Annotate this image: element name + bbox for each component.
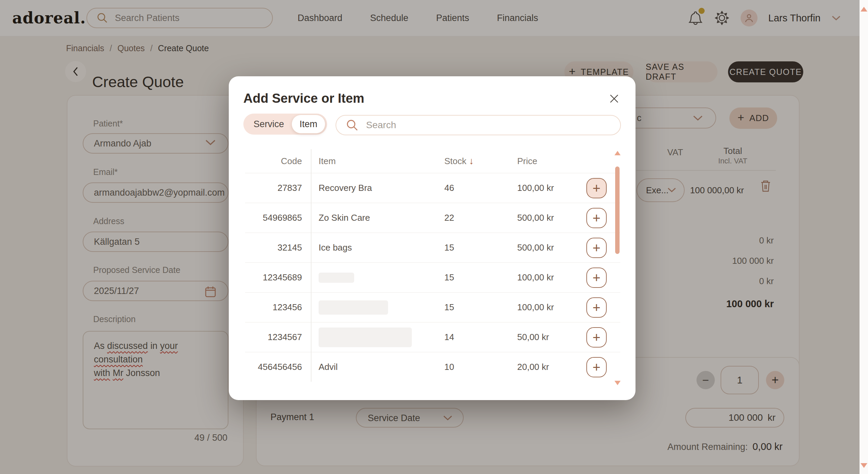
tab-service[interactable]: Service [243, 114, 294, 135]
add-item-button[interactable]: + [586, 268, 607, 288]
item-actions: + [579, 327, 620, 348]
close-icon [609, 93, 620, 104]
item-price: 20,00 kr [506, 362, 579, 372]
item-code: 1234567 [245, 332, 311, 342]
item-name: Advil [311, 352, 436, 382]
item-row: 12345671450,00 kr+ [245, 322, 620, 352]
add-item-button[interactable]: + [586, 297, 607, 318]
item-name: Ice bags [311, 233, 436, 262]
item-price: 500,00 kr [506, 242, 579, 253]
item-stock: 22 [436, 213, 506, 223]
close-modal-button[interactable] [607, 92, 621, 105]
scroll-up-icon[interactable] [861, 7, 867, 12]
item-code: 12345689 [245, 272, 311, 283]
item-actions: + [579, 238, 620, 258]
items-table-body: 27837Recovery Bra46100,00 kr+54969865Zo … [245, 173, 620, 382]
item-stock: 46 [436, 183, 506, 193]
item-code: 54969865 [245, 213, 311, 223]
item-name [311, 293, 436, 322]
item-stock: 15 [436, 302, 506, 313]
item-column-header[interactable]: Item [311, 149, 436, 173]
item-code: 27837 [245, 183, 311, 193]
modal-title: Add Service or Item [243, 91, 364, 106]
item-stock: 14 [436, 332, 506, 342]
item-code: 456456456 [245, 362, 311, 372]
add-item-button[interactable]: + [586, 208, 607, 228]
item-row: 1234568915100,00 kr+ [245, 262, 620, 292]
item-actions: + [579, 208, 620, 228]
stock-header-label: Stock [444, 156, 466, 166]
scroll-up-icon[interactable] [614, 151, 621, 155]
item-name [311, 322, 436, 352]
page-scrollbar[interactable] [860, 0, 868, 474]
item-row: 456456456Advil1020,00 kr+ [245, 352, 620, 382]
add-service-item-modal: Add Service or Item Service Item Search … [229, 76, 635, 400]
redacted-item-name [319, 273, 354, 283]
code-column-header[interactable]: Code [245, 156, 311, 166]
item-price: 100,00 kr [506, 302, 579, 313]
item-price: 500,00 kr [506, 213, 579, 223]
item-price: 100,00 kr [506, 272, 579, 283]
add-item-button[interactable]: + [586, 357, 607, 377]
modal-scrollbar-thumb[interactable] [615, 166, 620, 254]
item-price: 100,00 kr [506, 183, 579, 193]
item-row: 32145Ice bags15500,00 kr+ [245, 233, 620, 262]
item-stock: 15 [436, 242, 506, 253]
scroll-down-icon[interactable] [614, 381, 621, 385]
item-name: Recovery Bra [311, 173, 436, 203]
price-column-header[interactable]: Price [506, 156, 579, 166]
stock-column-header[interactable]: Stock ↓ [436, 156, 506, 166]
item-actions: + [579, 268, 620, 288]
modal-search-placeholder: Search [366, 120, 396, 131]
tab-item[interactable]: Item [291, 115, 325, 134]
item-row: 27837Recovery Bra46100,00 kr+ [245, 173, 620, 203]
item-code: 32145 [245, 242, 311, 253]
item-name [311, 263, 436, 292]
item-actions: + [579, 297, 620, 318]
search-icon [346, 119, 359, 132]
items-table-header: Code Item Stock ↓ Price [245, 149, 620, 173]
item-actions: + [579, 357, 620, 377]
redacted-item-name [319, 328, 412, 347]
redacted-item-name [319, 300, 388, 315]
item-stock: 10 [436, 362, 506, 372]
items-table: Code Item Stock ↓ Price 27837Recovery Br… [245, 149, 620, 382]
item-actions: + [579, 178, 620, 198]
add-item-button[interactable]: + [586, 238, 607, 258]
item-stock: 15 [436, 272, 506, 283]
item-row: 12345615100,00 kr+ [245, 292, 620, 322]
item-price: 50,00 kr [506, 332, 579, 342]
sort-desc-icon: ↓ [469, 156, 474, 166]
item-row: 54969865Zo Skin Care22500,00 kr+ [245, 203, 620, 233]
service-item-toggle: Service Item [243, 114, 327, 135]
item-code: 123456 [245, 302, 311, 313]
item-name: Zo Skin Care [311, 203, 436, 233]
app-root: adoreal. Search Patients DashboardSchedu… [0, 0, 868, 474]
add-item-button[interactable]: + [586, 178, 607, 198]
modal-search-input[interactable]: Search [336, 115, 621, 135]
add-item-button[interactable]: + [586, 327, 607, 348]
scroll-down-icon[interactable] [861, 463, 867, 468]
